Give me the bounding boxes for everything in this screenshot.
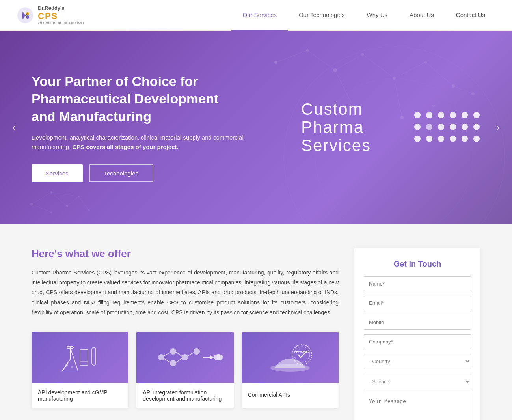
dot-4 bbox=[450, 112, 456, 118]
message-textarea[interactable] bbox=[364, 394, 471, 420]
section-title: Here's what we offer bbox=[32, 248, 339, 260]
logo-sub: custom pharma services bbox=[38, 21, 85, 25]
service-card-commercial: APPROVED Commercial APIs bbox=[242, 332, 339, 408]
service-card-label-commercial: Commercial APIs bbox=[242, 383, 339, 407]
svg-point-57 bbox=[217, 354, 220, 360]
svg-line-17 bbox=[363, 54, 394, 78]
service-card-formulation: API integrated formulation development a… bbox=[136, 332, 233, 408]
service-card-img-api-dev bbox=[32, 332, 128, 383]
service-cards: API development and cGMP manufacturing bbox=[32, 332, 339, 408]
service-card-label-formulation: API integrated formulation development a… bbox=[136, 383, 233, 408]
logo-icon bbox=[16, 6, 35, 25]
svg-point-48 bbox=[194, 348, 200, 355]
cps-line2: Pharma bbox=[301, 118, 371, 136]
svg-text:APPROVED: APPROVED bbox=[294, 350, 309, 353]
svg-point-47 bbox=[182, 354, 188, 360]
hero-buttons: Services Technologies bbox=[32, 164, 244, 182]
dot-13 bbox=[414, 136, 421, 142]
contact-form: Get In Touch -Country- India USA UK Germ… bbox=[354, 248, 480, 420]
cps-text-display: Custom Pharma Services bbox=[301, 100, 371, 155]
svg-line-53 bbox=[188, 353, 194, 356]
country-select[interactable]: -Country- India USA UK Germany Japan Oth… bbox=[364, 354, 471, 369]
hero-content: Your Partner of Choice for Pharmaceutica… bbox=[0, 49, 276, 206]
hero-desc-bold: CPS covers all stages of your project. bbox=[71, 144, 178, 150]
svg-line-52 bbox=[176, 358, 182, 362]
cps-dots-grid bbox=[414, 112, 480, 143]
nav-why-us[interactable]: Why Us bbox=[356, 0, 399, 31]
mobile-input[interactable] bbox=[364, 315, 471, 330]
hero-description: Development, analytical characterization… bbox=[32, 133, 244, 152]
service-select[interactable]: -Service- API Development Formulation Co… bbox=[364, 374, 471, 389]
dot-11 bbox=[462, 124, 468, 130]
company-input[interactable] bbox=[364, 334, 471, 349]
logo-cps: CPS bbox=[38, 11, 85, 21]
dot-9 bbox=[438, 124, 444, 130]
dot-10 bbox=[450, 124, 456, 130]
technologies-button[interactable]: Technologies bbox=[89, 164, 154, 182]
services-button[interactable]: Services bbox=[32, 164, 83, 182]
cps-line1: Custom bbox=[301, 100, 371, 118]
nav-about-us[interactable]: About Us bbox=[398, 0, 445, 31]
svg-point-42 bbox=[65, 364, 68, 367]
logo-dr-reddys: Dr.Reddy's bbox=[38, 6, 85, 11]
section-description: Custom Pharma Services (CPS) leverages i… bbox=[32, 268, 339, 317]
dot-14 bbox=[426, 136, 432, 142]
email-input[interactable] bbox=[364, 296, 471, 310]
svg-point-46 bbox=[170, 360, 176, 366]
svg-line-51 bbox=[176, 352, 182, 356]
dot-3 bbox=[438, 112, 444, 118]
dot-6 bbox=[473, 112, 480, 118]
logo-text: Dr.Reddy's CPS custom pharma services bbox=[38, 6, 85, 24]
service-card-img-commercial: APPROVED bbox=[242, 332, 339, 383]
svg-line-14 bbox=[276, 50, 307, 62]
svg-line-16 bbox=[335, 54, 363, 70]
main-nav: Our Services Our Technologies Why Us Abo… bbox=[231, 0, 496, 31]
dot-2 bbox=[426, 112, 432, 118]
service-card-img-formulation bbox=[136, 332, 233, 383]
hero-prev-arrow[interactable]: ‹ bbox=[6, 119, 22, 135]
form-title: Get In Touch bbox=[364, 259, 471, 269]
svg-line-19 bbox=[426, 62, 453, 86]
svg-point-60 bbox=[294, 347, 310, 362]
service-card-label-api-dev: API development and cGMP manufacturing bbox=[32, 383, 128, 408]
svg-line-49 bbox=[164, 353, 170, 356]
svg-point-43 bbox=[71, 366, 73, 368]
svg-point-44 bbox=[158, 354, 164, 360]
svg-line-15 bbox=[307, 50, 335, 70]
main-section: Here's what we offer Custom Pharma Servi… bbox=[0, 224, 512, 420]
nav-our-technologies[interactable]: Our Technologies bbox=[288, 0, 356, 31]
hero-title: Your Partner of Choice for Pharmaceutica… bbox=[32, 73, 244, 125]
service-card-api-dev: API development and cGMP manufacturing bbox=[32, 332, 128, 408]
dot-8 bbox=[426, 124, 432, 130]
svg-line-50 bbox=[164, 359, 170, 362]
nav-our-services[interactable]: Our Services bbox=[231, 0, 288, 31]
left-content: Here's what we offer Custom Pharma Servi… bbox=[32, 248, 339, 420]
svg-point-45 bbox=[170, 348, 176, 355]
dot-1 bbox=[414, 112, 421, 118]
cps-line3: Services bbox=[301, 136, 371, 155]
dot-15 bbox=[438, 136, 444, 142]
logo: Dr.Reddy's CPS custom pharma services bbox=[16, 6, 85, 24]
hero-right-content: Custom Pharma Services bbox=[301, 100, 480, 155]
dot-12 bbox=[473, 124, 480, 130]
dot-7 bbox=[414, 124, 421, 130]
svg-rect-41 bbox=[92, 347, 96, 365]
hero-next-arrow[interactable]: › bbox=[490, 119, 506, 135]
dot-16 bbox=[450, 136, 456, 142]
dot-5 bbox=[462, 112, 468, 118]
svg-rect-39 bbox=[80, 349, 88, 365]
svg-line-20 bbox=[453, 86, 473, 94]
name-input[interactable] bbox=[364, 276, 471, 291]
nav-contact-us[interactable]: Contact Us bbox=[445, 0, 496, 31]
header: Dr.Reddy's CPS custom pharma services Ou… bbox=[0, 0, 512, 31]
dot-18 bbox=[473, 136, 480, 142]
hero-section: ‹ Your Partner of Choice for Pharmaceuti… bbox=[0, 31, 512, 224]
svg-line-18 bbox=[394, 62, 426, 78]
dot-17 bbox=[462, 136, 468, 142]
